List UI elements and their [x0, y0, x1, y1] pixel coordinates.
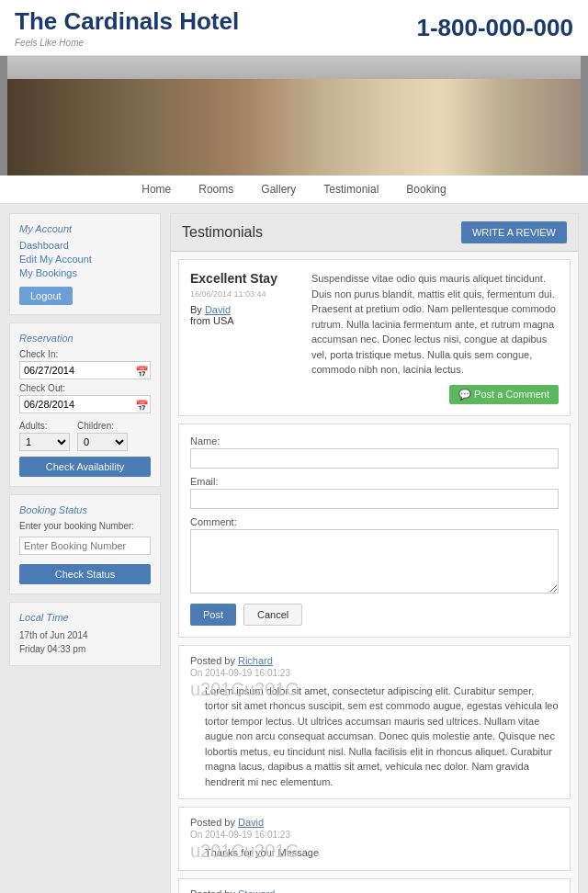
check-status-button[interactable]: Check Status [19, 564, 151, 584]
main-wrapper: My Account Dashboard Edit My Account My … [0, 204, 588, 893]
my-bookings-link[interactable]: My Bookings [19, 267, 151, 278]
post-comment-area-1: 💬 Post a Comment [190, 385, 559, 404]
reservation-section: Reservation Check In: 📅 Check Out: 📅 Adu… [9, 322, 161, 487]
page-header: The Cardinals Hotel Feels Like Home 1-80… [0, 0, 588, 56]
testimonial-author-1: By David [190, 304, 300, 315]
edit-account-link[interactable]: Edit My Account [19, 254, 151, 265]
commenter-link-2[interactable]: David [238, 817, 264, 828]
testimonial-header-1: Excellent Stay 16/06/2014 11:03:44 By Da… [190, 271, 559, 378]
children-select[interactable]: 0123 [77, 433, 128, 451]
reservation-title: Reservation [19, 333, 151, 344]
name-input[interactable] [190, 448, 559, 469]
dashboard-link[interactable]: Dashboard [19, 240, 151, 251]
name-group: Name: [190, 435, 559, 469]
posted-by-1: Posted by Richard [190, 655, 559, 666]
email-label: Email: [190, 476, 559, 487]
posted-by-3: Posted by Steward [190, 888, 559, 894]
testimonial-title-1: Excellent Stay [190, 271, 300, 286]
comment-group: Comment: [190, 516, 559, 596]
logout-button[interactable]: Logout [19, 287, 73, 305]
local-time-title: Local Time [19, 612, 151, 623]
adults-select[interactable]: 1234 [19, 433, 70, 451]
testimonial-from-1: from USA [190, 315, 300, 326]
nav-gallery[interactable]: Gallery [261, 183, 296, 196]
sidebar: My Account Dashboard Edit My Account My … [9, 213, 161, 893]
posted-by-2: Posted by David [190, 817, 559, 828]
testimonial-title-block-1: Excellent Stay 16/06/2014 11:03:44 By Da… [190, 271, 300, 378]
checkout-label: Check Out: [19, 383, 151, 393]
comment-label: Comment: [190, 516, 559, 527]
name-label: Name: [190, 435, 559, 446]
commenter-link-1[interactable]: Richard [238, 655, 273, 666]
hero-image [0, 56, 588, 175]
post-button[interactable]: Post [190, 604, 236, 626]
check-availability-button[interactable]: Check Availability [19, 457, 151, 477]
booking-status-desc: Enter your booking Number: [19, 521, 151, 531]
phone-number: 1-800-000-000 [416, 14, 573, 42]
speech-icon: 💬 [458, 389, 474, 400]
my-account-title: My Account [19, 223, 151, 234]
comment-textarea[interactable] [190, 529, 559, 593]
quote-text-2: Thanks for your Message [190, 845, 559, 861]
local-time-section: Local Time 17th of Jun 2014 Friday 04:33… [9, 602, 161, 666]
checkout-calendar-icon: 📅 [135, 400, 149, 413]
author-link-1[interactable]: David [205, 304, 231, 315]
my-account-section: My Account Dashboard Edit My Account My … [9, 213, 161, 315]
local-time-day: Friday 04:33 pm [19, 642, 151, 656]
page-title: Testimonials [182, 224, 263, 241]
posted-date-2: On 2014-09-19 16:01:23 [190, 830, 559, 840]
posted-date-1: On 2014-09-19 16:01:23 [190, 668, 559, 678]
comment-form: Name: Email: Comment: Post Cancel [178, 424, 571, 638]
booking-status-title: Booking Status [19, 504, 151, 515]
nav-home[interactable]: Home [141, 183, 171, 196]
testimonial-card-1: Excellent Stay 16/06/2014 11:03:44 By Da… [178, 259, 571, 416]
checkin-calendar-icon: 📅 [135, 366, 149, 379]
checkin-label: Check In: [19, 349, 151, 359]
checkout-input[interactable] [19, 395, 151, 413]
booking-number-input[interactable] [19, 537, 151, 555]
tagline: Feels Like Home [15, 38, 239, 48]
posted-comment-1: Posted by Richard On 2014-09-19 16:01:23… [178, 645, 571, 800]
header-left: The Cardinals Hotel Feels Like Home [15, 7, 239, 48]
local-time-date: 17th of Jun 2014 [19, 628, 151, 642]
form-actions: Post Cancel [190, 604, 559, 626]
post-comment-button-1[interactable]: 💬 Post a Comment [449, 385, 559, 404]
cancel-button[interactable]: Cancel [243, 604, 302, 626]
nav-booking[interactable]: Booking [406, 183, 446, 196]
email-input[interactable] [190, 489, 559, 509]
write-review-button[interactable]: WRITE A REVIEW [461, 221, 567, 243]
commenter-link-3[interactable]: Steward [238, 888, 275, 894]
nav-rooms[interactable]: Rooms [198, 183, 233, 196]
main-nav: Home Rooms Gallery Testimonial Booking [0, 175, 588, 204]
testimonial-body-1: Suspendisse vitae odio quis mauris aliqu… [311, 271, 559, 378]
booking-status-section: Booking Status Enter your booking Number… [9, 494, 161, 594]
nav-testimonial[interactable]: Testimonial [323, 183, 379, 196]
main-content: Testimonials WRITE A REVIEW Excellent St… [170, 213, 579, 893]
hotel-name: The Cardinals Hotel [15, 7, 239, 36]
children-label: Children: [77, 421, 128, 431]
quote-text-1: Lorem ipsum dolor sit amet, consectetur … [190, 684, 559, 790]
adults-label: Adults: [19, 421, 70, 431]
hero-interior [0, 56, 588, 175]
posted-comment-3: Posted by Steward On 2014-09-18 03:52:36… [178, 878, 571, 894]
testimonial-date-1: 16/06/2014 11:03:44 [190, 289, 300, 299]
email-group: Email: [190, 476, 559, 509]
posted-comment-2: Posted by David On 2014-09-19 16:01:23 T… [178, 807, 571, 871]
checkin-input[interactable] [19, 361, 151, 379]
content-header: Testimonials WRITE A REVIEW [171, 214, 578, 252]
